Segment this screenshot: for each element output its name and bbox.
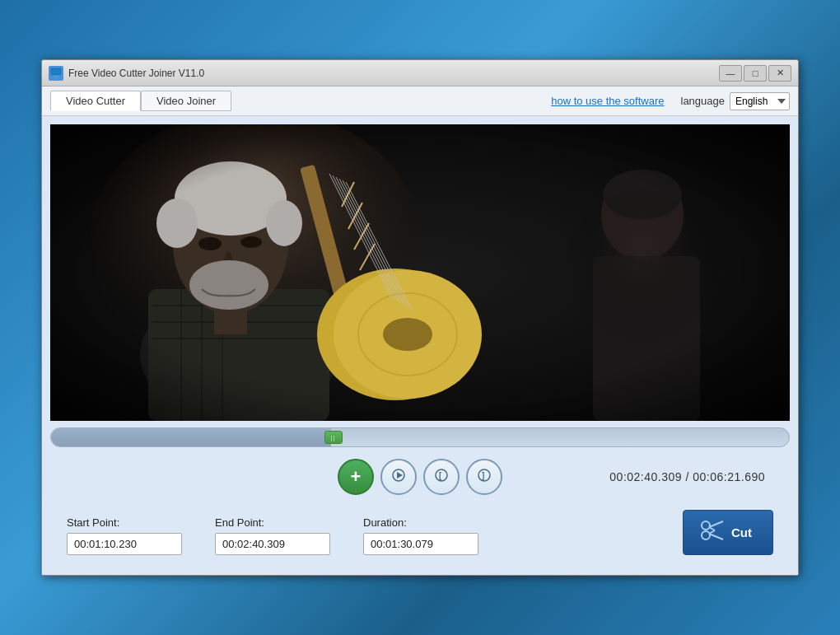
cut-label: Cut (731, 525, 752, 539)
how-to-link[interactable]: how to use the software (551, 95, 664, 107)
add-icon: + (351, 466, 362, 488)
start-point-group: Start Point: (67, 516, 182, 555)
mark-in-icon: [ (435, 469, 448, 485)
time-display: 00:02:40.309 / 00:06:21.690 (609, 470, 765, 483)
svg-line-50 (709, 534, 723, 539)
svg-rect-0 (51, 68, 61, 75)
progress-bar[interactable] (50, 427, 790, 447)
restore-button[interactable]: □ (744, 65, 767, 82)
window-title: Free Video Cutter Joiner V11.0 (68, 68, 719, 79)
svg-point-48 (702, 531, 710, 539)
add-file-button[interactable]: + (338, 459, 374, 495)
end-point-group: End Point: (215, 516, 330, 555)
tab-video-joiner[interactable]: Video Joiner (141, 91, 231, 111)
duration-group: Duration: (363, 516, 478, 555)
start-point-label: Start Point: (67, 516, 182, 529)
cut-button[interactable]: Cut (683, 510, 773, 555)
fields-row: Start Point: End Point: Duration: (50, 503, 790, 567)
svg-text:[: [ (439, 471, 442, 480)
video-player[interactable] (50, 124, 790, 421)
menu-bar: Video Cutter Video Joiner how to use the… (42, 86, 798, 116)
language-label: language (681, 95, 726, 107)
svg-marker-42 (397, 472, 403, 479)
progress-thumb[interactable] (324, 431, 343, 444)
svg-point-47 (702, 521, 710, 530)
svg-rect-40 (50, 124, 790, 421)
main-window: Free Video Cutter Joiner V11.0 — □ ✕ Vid… (41, 59, 799, 576)
end-point-label: End Point: (215, 516, 330, 529)
mark-out-icon: ] (478, 469, 491, 485)
content-area: + [ (42, 116, 798, 575)
mark-out-button[interactable]: ] (466, 459, 502, 495)
close-button[interactable]: ✕ (768, 65, 791, 82)
svg-text:]: ] (482, 471, 484, 480)
svg-line-51 (709, 527, 715, 530)
duration-label: Duration: (363, 516, 478, 529)
window-controls: — □ ✕ (719, 65, 791, 82)
title-bar: Free Video Cutter Joiner V11.0 — □ ✕ (42, 60, 798, 86)
tab-video-cutter[interactable]: Video Cutter (50, 91, 141, 111)
mark-in-button[interactable]: [ (423, 459, 460, 495)
scissors-icon (700, 519, 725, 546)
svg-line-49 (709, 521, 723, 527)
play-button[interactable] (380, 459, 417, 495)
end-point-input[interactable] (215, 533, 330, 555)
controls-row: + [ (50, 447, 790, 503)
svg-line-52 (709, 530, 715, 534)
start-point-input[interactable] (67, 533, 182, 555)
progress-filled (51, 428, 331, 446)
play-icon (392, 469, 405, 485)
duration-input[interactable] (363, 533, 478, 555)
app-icon (49, 66, 63, 81)
language-select[interactable]: English Chinese French German Spanish (730, 92, 790, 110)
minimize-button[interactable]: — (719, 65, 742, 82)
language-section: language English Chinese French German S… (681, 92, 791, 110)
